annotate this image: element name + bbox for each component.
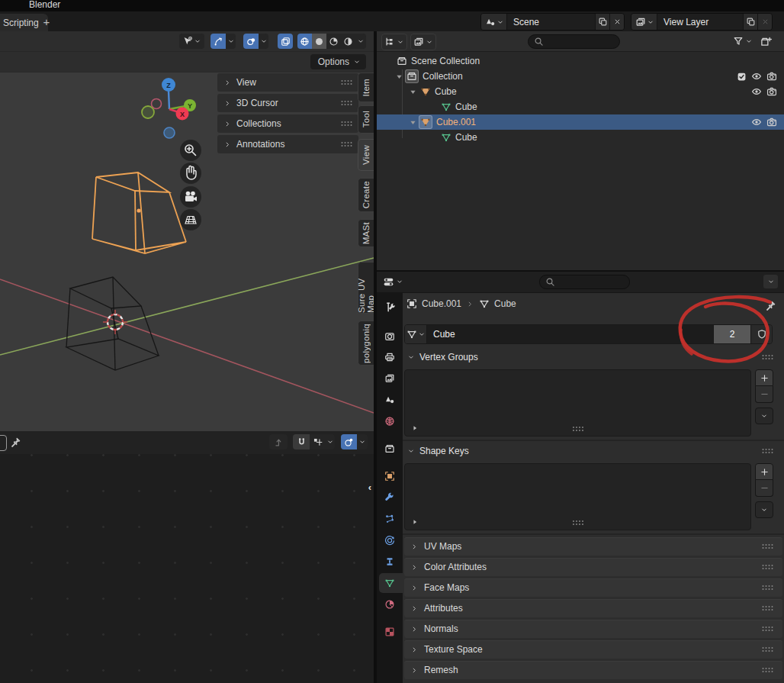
- grip-icon[interactable]: [341, 121, 352, 127]
- grip-icon[interactable]: [762, 543, 773, 549]
- properties-tab-view-layer[interactable]: [377, 369, 403, 388]
- panel-header-remesh[interactable]: Remesh: [404, 661, 782, 679]
- outliner-filter-button[interactable]: [731, 34, 755, 49]
- camera-view-button[interactable]: [180, 186, 201, 208]
- vertex-group-add-button[interactable]: [755, 369, 773, 386]
- shading-dropdown[interactable]: [355, 34, 366, 49]
- properties-search-input[interactable]: [539, 275, 630, 289]
- snap-toggle-button[interactable]: [293, 434, 310, 449]
- grip-icon[interactable]: [572, 426, 583, 432]
- disclosure-triangle-icon[interactable]: [409, 88, 417, 96]
- snap-dropdown[interactable]: [325, 434, 335, 449]
- bottom-editor-canvas[interactable]: ‹: [0, 454, 374, 683]
- axis-neg-x[interactable]: [152, 99, 162, 109]
- outliner-display-mode[interactable]: [381, 34, 407, 50]
- grip-icon[interactable]: [762, 564, 773, 570]
- outliner-row-scene-collection[interactable]: Scene Collection: [377, 53, 784, 69]
- properties-tab-output[interactable]: [377, 347, 403, 367]
- shading-rendered-button[interactable]: [341, 34, 355, 49]
- sidebar-panel-collections[interactable]: Collections: [217, 114, 358, 133]
- selected-cube[interactable]: [92, 172, 186, 253]
- properties-tab-material[interactable]: [377, 594, 403, 614]
- zoom-button[interactable]: [180, 140, 201, 161]
- breadcrumb-object[interactable]: Cube.001: [422, 298, 461, 309]
- panel-header-vertex-groups[interactable]: Vertex Groups: [403, 348, 784, 366]
- add-workspace-button[interactable]: +: [40, 14, 53, 28]
- xray-toggle-button[interactable]: [278, 34, 293, 49]
- panel-header-attributes[interactable]: Attributes: [404, 599, 782, 617]
- sidebar-tab-tool[interactable]: Tool: [358, 105, 374, 134]
- properties-tab-object-data[interactable]: [377, 573, 403, 593]
- panel-header-normals[interactable]: Normals: [404, 620, 782, 638]
- camera-icon[interactable]: [766, 117, 777, 127]
- axis-neg-y[interactable]: [142, 106, 154, 118]
- view-layer-selector[interactable]: View Layer: [631, 13, 773, 31]
- shape-key-specials-button[interactable]: [755, 501, 773, 518]
- properties-editor-type[interactable]: [381, 274, 406, 289]
- disclosure-triangle-icon[interactable]: [395, 72, 403, 81]
- scene-copy-button[interactable]: [595, 14, 609, 30]
- show-overlays-button[interactable]: [243, 34, 259, 49]
- vertex-groups-list[interactable]: [404, 369, 751, 437]
- grip-icon[interactable]: [762, 585, 773, 591]
- outliner-row-cube[interactable]: Cube: [377, 130, 784, 145]
- new-collection-button[interactable]: [758, 34, 774, 49]
- eye-icon[interactable]: [751, 86, 762, 97]
- grip-icon[interactable]: [341, 141, 352, 147]
- vertex-group-specials-button[interactable]: [755, 408, 773, 424]
- pan-hand-button[interactable]: [180, 163, 201, 184]
- grip-icon[interactable]: [341, 100, 352, 106]
- partial-button[interactable]: [0, 435, 7, 451]
- fake-user-button[interactable]: [750, 325, 772, 343]
- wireframe-cube[interactable]: [66, 277, 159, 370]
- view-layer-copy-button[interactable]: [743, 14, 757, 30]
- overlays-dropdown[interactable]: [259, 34, 268, 49]
- grip-icon[interactable]: [341, 79, 352, 85]
- snap-target-button[interactable]: [310, 434, 325, 449]
- sidebar-tab-item[interactable]: Item: [358, 72, 374, 102]
- panel-header-texture-space[interactable]: Texture Space: [404, 640, 782, 659]
- expand-icon[interactable]: [411, 518, 419, 526]
- sidebar-panel-view[interactable]: View: [217, 73, 358, 92]
- users-count-button[interactable]: 2: [713, 325, 750, 343]
- properties-tab-tool[interactable]: [377, 297, 403, 317]
- grip-icon[interactable]: [762, 626, 773, 632]
- proportional-dropdown[interactable]: [357, 434, 368, 449]
- back-arrow-button[interactable]: [269, 434, 288, 449]
- properties-tab-constraints[interactable]: [377, 552, 403, 572]
- viewport-nav-buttons[interactable]: [180, 140, 201, 230]
- grip-icon[interactable]: [762, 354, 773, 360]
- outliner-filter-mode[interactable]: [410, 34, 436, 50]
- panel-header-color-attributes[interactable]: Color Attributes: [404, 558, 782, 576]
- sidebar-tab-polygoniq[interactable]: polygoniq: [358, 321, 374, 366]
- shape-key-remove-button[interactable]: [755, 480, 773, 497]
- sidebar-tab-view[interactable]: View: [358, 139, 374, 171]
- properties-tab-modifiers[interactable]: [377, 488, 403, 507]
- sidebar-tab-create[interactable]: Create: [358, 178, 374, 212]
- breadcrumb-data[interactable]: Cube: [494, 298, 516, 309]
- properties-tab-texture[interactable]: [377, 622, 403, 642]
- sidebar-tab-sure-uv-map[interactable]: Sure UV Map: [358, 262, 374, 314]
- grip-icon[interactable]: [762, 646, 773, 652]
- bottom-editor[interactable]: ‹: [0, 431, 374, 683]
- collapse-arrow[interactable]: ‹: [368, 482, 371, 493]
- select-visibility-button[interactable]: [179, 34, 204, 49]
- view-layer-remove-button[interactable]: [757, 14, 772, 30]
- outliner-row-cube-001[interactable]: Cube.001: [377, 114, 784, 130]
- shading-material-button[interactable]: [326, 34, 341, 49]
- scene-selector[interactable]: Scene: [480, 13, 625, 31]
- panel-header-uv-maps[interactable]: UV Maps: [404, 537, 782, 556]
- outliner-search-input[interactable]: [528, 34, 620, 49]
- expand-icon[interactable]: [411, 424, 419, 432]
- grid-floor-button[interactable]: [180, 209, 201, 230]
- disclosure-triangle-icon[interactable]: [409, 118, 417, 127]
- properties-tab-scene[interactable]: [377, 390, 403, 410]
- camera-icon[interactable]: [766, 71, 777, 82]
- viewport-3d[interactable]: Z Y X: [0, 31, 374, 431]
- checkbox-icon[interactable]: [737, 72, 747, 82]
- properties-tab-object[interactable]: [377, 466, 403, 486]
- pin-toggle[interactable]: [765, 300, 776, 311]
- sidebar-panel-annotations[interactable]: Annotations: [217, 135, 358, 153]
- properties-tab-render[interactable]: [377, 327, 403, 346]
- scene-unlink-button[interactable]: [609, 14, 624, 30]
